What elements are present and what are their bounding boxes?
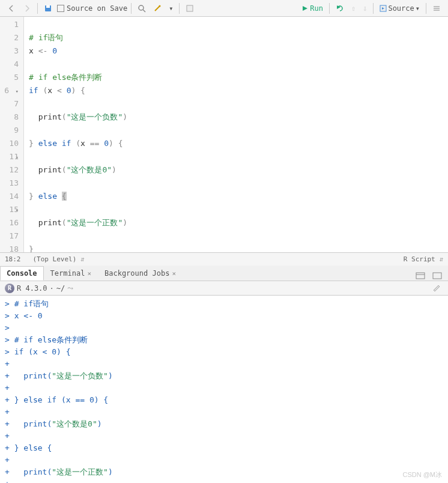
separator — [37, 3, 38, 14]
code-line[interactable]: } else { — [29, 190, 443, 203]
tab-console[interactable]: Console — [0, 266, 44, 281]
code-line[interactable]: x <- 0 — [29, 44, 443, 58]
console-line: + print("这是一个正数") — [5, 466, 443, 478]
forward-icon[interactable] — [20, 3, 34, 14]
rerun-icon[interactable] — [333, 3, 347, 14]
editor-status-bar: 18:2 (Top Level) ⇵ R Script ⇵ — [0, 252, 448, 266]
editor-toolbar: Source on Save ▾ Run ⇧ ⇩ Source ▾ — [0, 0, 448, 17]
maximize-icon[interactable] — [430, 271, 444, 281]
minimize-icon[interactable] — [413, 271, 428, 281]
console-line: > # if语句 — [5, 298, 443, 310]
source-on-save-checkbox[interactable] — [57, 5, 64, 12]
close-icon[interactable]: × — [87, 270, 91, 278]
svg-point-2 — [139, 5, 144, 10]
code-line[interactable] — [29, 203, 443, 216]
svg-line-4 — [155, 6, 160, 11]
back-icon[interactable] — [5, 3, 18, 14]
code-editor[interactable]: 123456 ▾78910 ▾11121314 ▾15161718 ▴ # if… — [0, 17, 448, 252]
code-line[interactable]: if (x < 0) { — [29, 84, 443, 97]
line-gutter: 123456 ▾78910 ▾11121314 ▾15161718 ▴ — [0, 17, 24, 252]
console-line: > x <- 0 — [5, 310, 443, 322]
down-icon[interactable]: ⇩ — [360, 3, 369, 14]
console-output[interactable]: > # if语句> x <- 0> > # if else条件判断> if (x… — [0, 296, 448, 483]
console-line: + } else { — [5, 442, 443, 454]
code-line[interactable] — [29, 18, 443, 31]
svg-rect-6 — [187, 5, 193, 11]
code-line[interactable] — [29, 229, 443, 243]
console-line: + — [5, 430, 443, 442]
code-line[interactable] — [29, 124, 443, 137]
code-line[interactable] — [29, 177, 443, 190]
run-label: Run — [310, 4, 323, 13]
code-line[interactable] — [29, 97, 443, 111]
svg-rect-13 — [433, 273, 441, 279]
console-header: R R 4.3.0 · ~/ ⤳ — [0, 281, 448, 296]
svg-rect-1 — [46, 5, 50, 8]
clear-console-icon[interactable] — [430, 283, 443, 294]
console-line: + print("这个数是0") — [5, 418, 443, 430]
separator — [329, 3, 330, 14]
outline-icon[interactable] — [430, 3, 443, 14]
goto-dir-icon[interactable]: ⤳ — [65, 283, 76, 294]
wand-icon[interactable] — [151, 3, 164, 14]
close-icon[interactable]: × — [172, 270, 176, 278]
dropdown-icon[interactable]: ▾ — [166, 3, 175, 14]
code-line[interactable]: # if语句 — [29, 31, 443, 44]
source-on-save-label: Source on Save — [67, 4, 127, 13]
svg-point-5 — [159, 5, 161, 7]
r-logo-icon: R — [5, 284, 14, 293]
code-line[interactable]: # if else条件判断 — [29, 71, 443, 84]
up-icon[interactable]: ⇧ — [349, 3, 358, 14]
scope-indicator[interactable]: (Top Level) ⇵ — [33, 255, 85, 263]
console-line: + — [5, 478, 443, 483]
code-line[interactable]: } — [29, 243, 443, 252]
working-dir: ~/ — [56, 284, 65, 293]
source-button[interactable]: Source ▾ — [377, 3, 422, 14]
separator — [131, 3, 132, 14]
console-line: + — [5, 358, 443, 370]
watermark: CSDN @M冰 — [402, 470, 442, 479]
separator — [426, 3, 426, 14]
search-icon[interactable] — [135, 3, 148, 14]
save-icon[interactable] — [41, 3, 55, 14]
console-line: > # if else条件判断 — [5, 334, 443, 346]
r-version: R 4.3.0 — [17, 284, 47, 293]
tab-background-jobs[interactable]: Background Jobs× — [98, 266, 183, 281]
console-line: + — [5, 406, 443, 418]
console-line: + print("这是一个负数") — [5, 370, 443, 382]
svg-line-3 — [143, 10, 145, 12]
console-line: > if (x < 0) { — [5, 346, 443, 358]
code-line[interactable]: print("这是一个负数") — [29, 111, 443, 124]
console-line: + — [5, 454, 443, 466]
separator — [179, 3, 180, 14]
cursor-position: 18:2 — [5, 255, 21, 263]
code-line[interactable]: print("这是一个正数") — [29, 216, 443, 229]
code-line[interactable]: print("这个数是0") — [29, 163, 443, 177]
console-line: + — [5, 382, 443, 394]
separator — [373, 3, 374, 14]
report-icon[interactable] — [183, 3, 196, 14]
run-button[interactable]: Run — [299, 3, 325, 14]
console-line: + } else if (x == 0) { — [5, 394, 443, 406]
code-line[interactable]: } else if (x == 0) { — [29, 137, 443, 150]
console-line: > — [5, 322, 443, 334]
code-line[interactable] — [29, 150, 443, 163]
code-area[interactable]: # if语句x <- 0 # if else条件判断if (x < 0) { p… — [24, 17, 448, 252]
svg-rect-11 — [416, 273, 425, 279]
tab-terminal[interactable]: Terminal× — [44, 266, 98, 281]
file-type[interactable]: R Script ⇵ — [404, 255, 443, 263]
bottom-panel-tabs: ConsoleTerminal×Background Jobs× — [0, 266, 448, 281]
code-line[interactable] — [29, 58, 443, 71]
source-label: Source — [388, 4, 414, 13]
